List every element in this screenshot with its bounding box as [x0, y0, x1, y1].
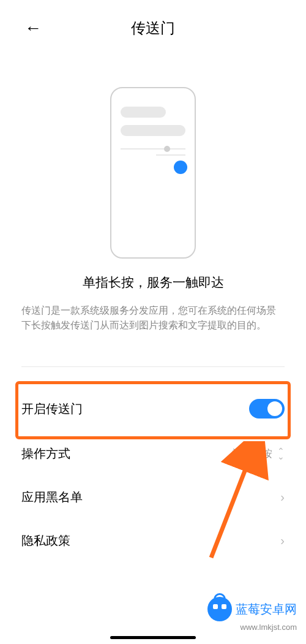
- settings-list: 开启传送门 操作方式 单指长按 ⌃⌄ 应用黑名单 › 隐私政策 ›: [0, 367, 306, 563]
- watermark: 蓝莓安卓网 www.lmkjst.com: [207, 597, 297, 632]
- hero-subtitle: 单指长按，服务一触即达: [0, 274, 306, 291]
- back-arrow-icon[interactable]: ←: [24, 18, 42, 38]
- app-blacklist-label: 应用黑名单: [21, 489, 83, 506]
- phone-icon: [110, 87, 196, 259]
- watermark-logo-icon: [207, 597, 232, 621]
- header: ← 传送门: [0, 0, 306, 50]
- enable-portal-row[interactable]: 开启传送门: [21, 385, 285, 432]
- chevron-right-icon: ›: [280, 490, 285, 504]
- privacy-policy-row[interactable]: 隐私政策 ›: [21, 519, 285, 563]
- operation-mode-label: 操作方式: [21, 445, 70, 462]
- operation-mode-value: 单指长按 ⌃⌄: [231, 447, 285, 461]
- enable-portal-label: 开启传送门: [21, 401, 83, 417]
- watermark-url: www.lmkjst.com: [241, 623, 297, 632]
- updown-icon: ⌃⌄: [277, 449, 285, 459]
- enable-portal-toggle[interactable]: [249, 399, 285, 419]
- hero-illustration: [0, 87, 306, 259]
- watermark-name: 蓝莓安卓网: [236, 601, 297, 618]
- page-title: 传送门: [12, 18, 294, 38]
- app-blacklist-row[interactable]: 应用黑名单 ›: [21, 475, 285, 519]
- home-indicator: [110, 636, 196, 639]
- privacy-policy-label: 隐私政策: [21, 532, 70, 549]
- hero-description: 传送门是一款系统级服务分发应用，您可在系统的任何场景下长按触发传送门从而达到图片…: [0, 303, 306, 333]
- chevron-right-icon: ›: [280, 534, 285, 548]
- operation-mode-row[interactable]: 操作方式 单指长按 ⌃⌄: [21, 432, 285, 475]
